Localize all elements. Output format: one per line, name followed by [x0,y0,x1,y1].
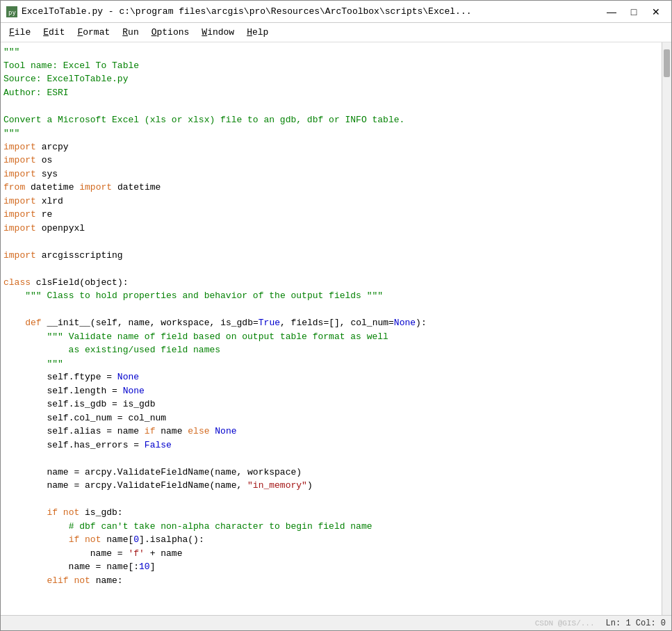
svg-text:py: py [8,9,16,16]
title-bar: py ExcelToTable.py - c:\program files\ar… [1,1,671,23]
scrollbar-thumb[interactable] [664,49,670,77]
watermark: CSDN @GIS/... [535,619,595,628]
menu-help[interactable]: Help [241,26,274,39]
menu-edit[interactable]: Edit [38,26,70,39]
vertical-scrollbar[interactable] [662,42,671,615]
app-icon: py [6,6,17,17]
status-bar: CSDN @GIS/... Ln: 1 Col: 0 [1,615,671,630]
main-window: py ExcelToTable.py - c:\program files\ar… [0,0,672,631]
menu-options[interactable]: Options [146,26,195,39]
title-bar-controls: — □ ✕ [602,4,666,19]
menu-window[interactable]: Window [196,26,240,39]
menu-run[interactable]: Run [117,26,144,39]
close-button[interactable]: ✕ [646,4,666,19]
menu-bar: File Edit Format Run Options Window Help [1,23,671,42]
title-bar-left: py ExcelToTable.py - c:\program files\ar… [6,6,472,17]
menu-file[interactable]: File [3,26,36,39]
minimize-button[interactable]: — [602,4,621,19]
window-title: ExcelToTable.py - c:\program files\arcgi… [22,6,472,17]
maximize-button[interactable]: □ [624,4,644,19]
editor-area: """ Tool name: Excel To Table Source: Ex… [1,42,671,615]
menu-format[interactable]: Format [72,26,115,39]
code-editor[interactable]: """ Tool name: Excel To Table Source: Ex… [1,42,662,615]
cursor-position: Ln: 1 Col: 0 [606,618,666,628]
